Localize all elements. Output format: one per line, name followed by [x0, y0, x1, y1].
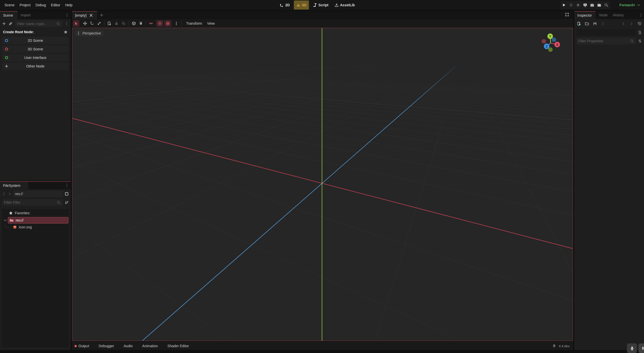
godot-file-icon [13, 225, 17, 229]
snap-magnet-icon[interactable] [139, 21, 143, 25]
scene-dock-body: Filter: name, t:type, Create Root Node: … [0, 19, 71, 181]
tab-scene[interactable]: Scene [0, 11, 18, 19]
root-option-3d-scene[interactable]: 3D Scene [2, 45, 69, 53]
toggle-split-icon[interactable] [65, 192, 69, 196]
expand-viewport-icon[interactable] [565, 13, 569, 17]
bottom-tab-audio[interactable]: Audio [121, 344, 135, 348]
close-icon[interactable] [89, 13, 93, 17]
workspace-2d-button[interactable]: 2D [278, 0, 292, 10]
new-scene-tab-icon[interactable] [100, 13, 104, 17]
menu-editor[interactable]: Editor [49, 3, 63, 7]
file-sort-icon[interactable] [65, 200, 69, 204]
tree-branch-line [2, 224, 10, 230]
workspace-script-button[interactable]: Script [311, 0, 331, 10]
nav-forward-icon[interactable] [8, 192, 12, 196]
viewport-3d[interactable]: Perspective Y X Z [72, 28, 573, 341]
svg-text:DOC: DOC [638, 33, 641, 34]
menu-debug[interactable]: Debug [33, 3, 48, 7]
object-history-icon[interactable] [637, 22, 641, 26]
rotate-tool-icon[interactable] [90, 21, 94, 25]
tab-history[interactable]: History [610, 11, 627, 19]
menu-scene[interactable]: Scene [2, 3, 17, 7]
output-error-dot [74, 345, 77, 347]
scene-tree-menu-icon[interactable] [65, 22, 69, 26]
pause-icon[interactable] [569, 3, 573, 7]
view-menu-button[interactable]: Perspective [75, 30, 103, 36]
screencast-pause-button[interactable] [638, 343, 644, 353]
view-menu[interactable]: View [205, 21, 217, 25]
sun-env-menu-icon[interactable] [174, 21, 178, 25]
gizmo-x-label: X [556, 43, 558, 47]
filesystem-menu-icon[interactable] [65, 183, 69, 187]
filter-properties-input[interactable]: Filter Properties [576, 38, 636, 45]
play-icon[interactable] [562, 3, 566, 7]
play-custom-icon[interactable] [597, 3, 601, 7]
menu-help[interactable]: Help [63, 3, 75, 7]
root-option-other-node[interactable]: Other Node [2, 62, 69, 70]
bottom-tab-output[interactable]: Output [78, 344, 92, 348]
movie-writer-icon[interactable] [604, 3, 608, 7]
favorites-star-icon[interactable] [64, 30, 68, 34]
save-resource-icon[interactable] [593, 22, 597, 26]
inspector-menu-icon[interactable] [639, 13, 643, 17]
scene-dock-menu-icon[interactable] [65, 13, 69, 17]
lock-icon[interactable] [114, 21, 118, 25]
transform-menu[interactable]: Transform [184, 21, 205, 25]
tab-inspector[interactable]: Inspector [574, 11, 595, 19]
path-field[interactable]: res:// [13, 191, 63, 197]
sun-settings-button[interactable] [156, 20, 163, 27]
favorites-row[interactable]: Favorites: [2, 210, 69, 216]
notification-bell-icon[interactable] [552, 344, 556, 348]
collapse-chevron-icon[interactable] [3, 218, 7, 222]
scale-tool-icon[interactable] [97, 21, 101, 25]
environment-settings-button[interactable] [164, 20, 171, 27]
property-tools-icon[interactable] [638, 39, 642, 43]
menu-project[interactable]: Project [17, 3, 33, 7]
renderer-label: Forward+ [619, 3, 635, 7]
play-remote-icon[interactable] [583, 3, 587, 7]
scene-tab-empty[interactable]: [empty] [72, 11, 97, 19]
tab-import[interactable]: Import [18, 11, 34, 19]
root-option-2d-scene[interactable]: 2D Scene [2, 37, 69, 44]
add-node-icon[interactable] [2, 22, 6, 26]
list-select-icon[interactable] [107, 21, 111, 25]
history-forward-icon[interactable] [629, 22, 633, 26]
nav-back-icon[interactable] [2, 192, 6, 196]
gizmo-y-label: Y [549, 35, 551, 38]
open-docs-icon[interactable]: DOC [638, 30, 642, 34]
axis-gizmo[interactable]: Y X Z [539, 32, 562, 54]
play-scene-icon[interactable] [590, 3, 594, 7]
root-option-user-interface[interactable]: User Interface [2, 54, 69, 61]
preview-camera-icon[interactable] [149, 21, 153, 25]
tab-node[interactable]: Node [596, 11, 611, 19]
bottom-tab-animation[interactable]: Animation [140, 344, 160, 348]
stop-icon[interactable] [576, 3, 580, 7]
star-icon [9, 211, 13, 215]
workspace-assetlib-button[interactable]: AssetLib [333, 0, 357, 10]
filesystem-dock-body: res:// Filter Files Favorites: res:// [0, 189, 71, 350]
snap-object-icon[interactable] [132, 21, 136, 25]
file-tree: Favorites: res:// icon.svg [2, 208, 69, 348]
move-tool-icon[interactable] [83, 21, 87, 25]
search-icon [56, 22, 60, 26]
scene-filter-input[interactable]: Filter: name, t:type, [15, 20, 62, 27]
folder-icon [10, 218, 14, 222]
tab-filesystem[interactable]: FileSystem [0, 182, 28, 189]
select-arrow-icon [74, 21, 78, 25]
bottom-tab-shader-editor[interactable]: Shader Editor [165, 344, 192, 348]
workspace-3d-button[interactable]: 3D [294, 1, 309, 10]
node2d-icon [5, 39, 9, 43]
renderer-select[interactable]: Forward+ [619, 0, 641, 10]
history-back-icon[interactable] [621, 22, 625, 26]
res-root-row[interactable]: res:// [2, 217, 69, 224]
screencast-mic-button[interactable] [627, 343, 637, 353]
instance-scene-icon[interactable] [9, 22, 13, 26]
filter-files-input[interactable]: Filter Files [2, 199, 63, 206]
new-resource-icon[interactable] [577, 22, 581, 26]
resource-menu-icon[interactable] [601, 22, 605, 26]
select-tool-button[interactable] [73, 20, 79, 27]
file-row-icon-svg[interactable]: icon.svg [2, 224, 69, 230]
load-resource-icon[interactable] [585, 22, 589, 26]
group-icon[interactable] [122, 21, 126, 25]
bottom-tab-debugger[interactable]: Debugger [96, 344, 117, 348]
